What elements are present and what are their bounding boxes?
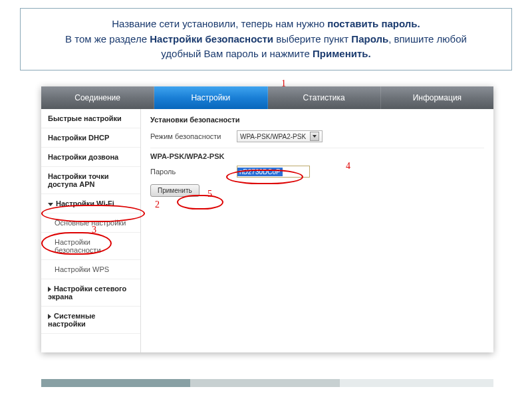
tab-label: Информация: [413, 93, 462, 102]
chevron-down-icon: [48, 203, 53, 206]
sidebar-label: Быстрые настройки: [48, 114, 122, 122]
router-admin-window: Соединение Настройки Статистика Информац…: [41, 86, 493, 352]
sidebar-item-dial[interactable]: Настройки дозвона: [41, 148, 140, 167]
apply-button[interactable]: Применить: [150, 184, 200, 197]
instr-text: В том же разделе: [65, 33, 150, 45]
instruction-box: Название сети установили, теперь нам нуж…: [20, 8, 512, 70]
sidebar-item-quick[interactable]: Быстрые настройки: [41, 109, 140, 128]
sidebar-label: Настройки безопасности: [55, 238, 101, 254]
password-value: nD2730DCoP: [237, 168, 283, 176]
password-input[interactable]: nD2730DCoP: [237, 166, 310, 178]
sidebar-label: Настройки DHCP: [48, 134, 109, 142]
row-password: Пароль nD2730DCoP: [150, 166, 484, 178]
sidebar-item-firewall[interactable]: Настройки сетевого экрана: [41, 279, 140, 307]
sidebar: Быстрые настройки Настройки DHCP Настрой…: [41, 109, 141, 352]
sidebar-label: Настройки сетевого экрана: [48, 285, 126, 301]
tab-connection[interactable]: Соединение: [41, 86, 154, 109]
sidebar-label: Системные настройки: [48, 312, 95, 328]
tab-settings[interactable]: Настройки: [154, 86, 267, 109]
top-tab-bar: Соединение Настройки Статистика Информац…: [41, 86, 493, 109]
tab-label: Соединение: [74, 93, 120, 102]
sidebar-label: Настройки Wi-Fi: [56, 200, 114, 207]
select-value: WPA-PSK/WPA2-PSK: [240, 133, 310, 140]
sidebar-item-wifi-wps[interactable]: Настройки WPS: [41, 260, 140, 279]
button-label: Применить: [158, 187, 192, 194]
tab-label: Настройки: [191, 93, 230, 102]
panel-heading: Установки безопасности: [150, 116, 484, 124]
sub-heading: WPA-PSK/WPA2-PSK: [150, 148, 484, 160]
password-label: Пароль: [150, 168, 237, 176]
body-area: Быстрые настройки Настройки DHCP Настрой…: [41, 109, 493, 352]
instr-bold: Пароль: [351, 33, 388, 45]
tab-label: Статистика: [303, 93, 345, 102]
instr-text: Название сети установили, теперь нам нуж…: [112, 18, 327, 29]
sidebar-item-dhcp[interactable]: Настройки DHCP: [41, 128, 140, 148]
instr-text: , впишите любой: [388, 33, 467, 45]
instr-text: удобный Вам пароль и нажмите: [161, 48, 313, 59]
instr-bold: Применить.: [313, 48, 371, 59]
chevron-right-icon: [48, 314, 51, 319]
instr-text: выберите пункт: [273, 33, 351, 45]
sidebar-label: Настройки дозвона: [48, 153, 118, 161]
sidebar-item-wifi[interactable]: Настройки Wi-Fi: [41, 194, 140, 213]
instr-bold: Настройки безопасности: [150, 33, 273, 45]
sidebar-label: Основные настройки: [55, 219, 126, 227]
chevron-right-icon: [48, 287, 51, 292]
sidebar-item-wifi-security[interactable]: Настройки безопасности: [41, 233, 140, 260]
tab-statistics[interactable]: Статистика: [268, 86, 381, 109]
instr-bold: поставить пароль.: [327, 18, 420, 29]
security-mode-select[interactable]: WPA-PSK/WPA2-PSK: [237, 130, 323, 142]
sidebar-item-apn[interactable]: Настройки точки доступа APN: [41, 167, 140, 194]
tab-information[interactable]: Информация: [381, 86, 493, 109]
sidebar-item-wifi-basic[interactable]: Основные настройки: [41, 213, 140, 233]
dropdown-icon: [310, 132, 319, 141]
content-panel: Установки безопасности Режим безопасност…: [141, 109, 493, 352]
mode-label: Режим безопасности: [150, 132, 237, 140]
sidebar-label: Настройки WPS: [55, 265, 109, 273]
sidebar-item-system[interactable]: Системные настройки: [41, 307, 140, 334]
row-security-mode: Режим безопасности WPA-PSK/WPA2-PSK: [150, 130, 484, 142]
footer-decoration: [41, 379, 493, 387]
sidebar-label: Настройки точки доступа APN: [48, 172, 108, 188]
